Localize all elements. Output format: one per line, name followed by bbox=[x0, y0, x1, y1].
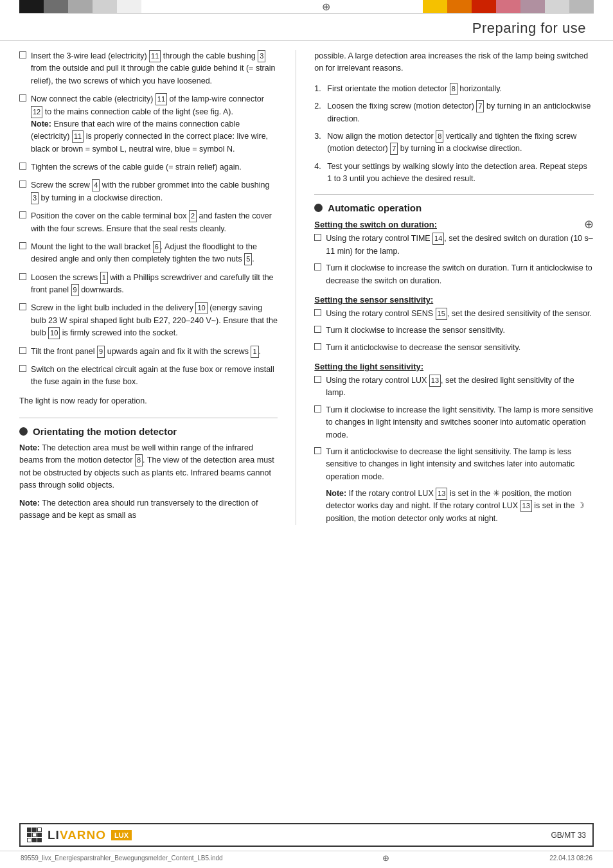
ref-11a: 11 bbox=[149, 50, 161, 62]
ref-6: 6 bbox=[153, 241, 161, 253]
switch-on-heading: Setting the switch on duration: bbox=[314, 220, 594, 229]
bullet-text-4: Screw the screw 4 with the rubber gromme… bbox=[31, 179, 278, 204]
top-bar-center: ⊕ bbox=[306, 0, 345, 13]
orientating-heading-text: Orientating the motion detector bbox=[33, 426, 177, 437]
light-text-3: Turn it anticlockwise to decrease the li… bbox=[326, 446, 594, 483]
seg-gray1 bbox=[44, 0, 68, 13]
bullet-checkbox-6 bbox=[19, 242, 26, 249]
light-checkbox-2 bbox=[314, 405, 321, 412]
footer-file-bar: 89559_livx_Energiesparstrahler_Bewegungs… bbox=[0, 851, 613, 868]
bullet-item-9: Tilt the front panel 9 upwards again and… bbox=[19, 346, 278, 358]
right-compass: ⊕ bbox=[584, 217, 594, 231]
seg-ltgray2 bbox=[545, 0, 569, 13]
bullet-text-1: Insert the 3-wire lead (electricity) 11 … bbox=[31, 50, 278, 87]
switch-text-2: Turn it clockwise to increase the switch… bbox=[326, 262, 594, 287]
seg-gray3 bbox=[93, 0, 117, 13]
ref-9a: 9 bbox=[71, 284, 79, 296]
page-title: Preparing for use bbox=[472, 20, 586, 37]
ref-1b: 1 bbox=[251, 346, 258, 358]
seg-black bbox=[19, 0, 44, 13]
numbered-item-1: 1. First orientate the motion detector 8… bbox=[314, 83, 594, 95]
main-content: Insert the 3-wire lead (electricity) 11 … bbox=[0, 41, 613, 534]
page-number: GB/MT 33 bbox=[551, 831, 586, 840]
seg-gray2 bbox=[68, 0, 93, 13]
light-item-3: Turn it anticlockwise to decrease the li… bbox=[314, 446, 594, 483]
seg-white bbox=[117, 0, 141, 13]
ref-13b: 13 bbox=[436, 488, 447, 500]
light-checkbox-1 bbox=[314, 376, 321, 383]
bullet-checkbox-10 bbox=[19, 365, 26, 372]
numbered-item-2: 2. Loosen the fixing screw (motion detec… bbox=[314, 100, 594, 125]
note-bold-2: Note: bbox=[19, 499, 40, 508]
top-bar-left bbox=[0, 0, 306, 13]
orient-note-2: Note: The detection area should run tran… bbox=[19, 497, 278, 522]
bullet-item-6: Mount the light to the wall bracket 6. A… bbox=[19, 241, 278, 266]
bullet-item-5: Position the cover on the cable terminal… bbox=[19, 210, 278, 235]
seg-pink bbox=[496, 0, 520, 13]
logo-li: LI bbox=[48, 828, 60, 842]
ref-4: 4 bbox=[92, 179, 100, 191]
seg-midgray2 bbox=[569, 0, 594, 13]
ref-12: 12 bbox=[31, 106, 42, 118]
ref-8-note1: 8 bbox=[135, 454, 143, 466]
bullet-item-10: Switch on the electrical circuit again a… bbox=[19, 364, 278, 389]
sensor-text-1: Using the rotary control SENS 15, set th… bbox=[326, 308, 592, 320]
bullet-text-7: Loosen the screws 1 with a Phillips scre… bbox=[31, 272, 278, 297]
bullet-item-8: Screw in the light bulb included in the … bbox=[19, 302, 278, 339]
right-column: possible. A large detection area increas… bbox=[314, 50, 594, 525]
seg-yellow bbox=[423, 0, 447, 13]
ref-2: 2 bbox=[189, 210, 197, 222]
footer-compass: ⊕ bbox=[382, 853, 389, 863]
light-text-2: Turn it clockwise to increase the light … bbox=[326, 404, 594, 441]
light-item-1: Using the rotary control LUX 13, set the… bbox=[314, 375, 594, 400]
bullet-text-8: Screw in the light bulb included in the … bbox=[31, 302, 278, 339]
bullet-item-1: Insert the 3-wire lead (electricity) 11 … bbox=[19, 50, 278, 87]
ref-5: 5 bbox=[244, 253, 252, 265]
continued-text: possible. A large detection area increas… bbox=[314, 50, 594, 75]
ref-14: 14 bbox=[432, 233, 444, 245]
bullet-checkbox-2 bbox=[19, 94, 26, 102]
top-bar-right bbox=[345, 0, 613, 13]
switch-item-1: Using the rotary control TIME 14, set th… bbox=[314, 233, 594, 258]
ref-8-n3: 8 bbox=[436, 130, 443, 143]
light-sens-heading: Setting the light sensitivity: bbox=[314, 362, 594, 371]
ref-3b: 3 bbox=[31, 192, 39, 204]
num-text-2: Loosen the fixing screw (motion detector… bbox=[327, 100, 594, 125]
numbered-item-3: 3. Now align the motion detector 8 verti… bbox=[314, 130, 594, 155]
bullet-text-2: Now connect the cable (electricity) 11 o… bbox=[31, 93, 278, 155]
sensor-text-3: Turn it anticlockwise to decrease the se… bbox=[326, 342, 520, 354]
bullet-checkbox-3 bbox=[19, 163, 26, 170]
bullet-text-3: Tighten the screws of the cable guide (=… bbox=[31, 161, 242, 173]
automatic-section-heading: Automatic operation bbox=[314, 194, 594, 213]
compass-center-icon: ⊕ bbox=[322, 1, 330, 13]
section-title-area: Preparing for use bbox=[0, 13, 613, 41]
ref-1a: 1 bbox=[100, 272, 108, 284]
logo-bar: LIVARNO LUX GB/MT 33 bbox=[19, 823, 594, 847]
bullet-checkbox-1 bbox=[19, 51, 26, 58]
automatic-heading-text: Automatic operation bbox=[328, 202, 422, 213]
num-text-1: First orientate the motion detector 8 ho… bbox=[327, 83, 502, 95]
bullet-checkbox-7 bbox=[19, 273, 26, 280]
logo-lux: LUX bbox=[111, 830, 132, 840]
ref-9b: 9 bbox=[97, 346, 105, 358]
page-wrapper: ⊕ Preparing for use Insert the 3-wire le… bbox=[0, 0, 613, 868]
ref-7-n2: 7 bbox=[476, 100, 484, 112]
switch-checkbox-2 bbox=[314, 263, 321, 270]
logo-left-section: LIVARNO LUX bbox=[27, 828, 132, 842]
ref-3a: 3 bbox=[258, 50, 265, 62]
bullet-checkbox-5 bbox=[19, 211, 26, 218]
sensor-checkbox-3 bbox=[314, 343, 321, 350]
dot-bullet-orient bbox=[19, 427, 28, 436]
bullet-item-3: Tighten the screws of the cable guide (=… bbox=[19, 161, 278, 173]
num-1: 1. bbox=[314, 83, 327, 95]
ref-13a: 13 bbox=[429, 375, 441, 387]
switch-item-2: Turn it clockwise to increase the switch… bbox=[314, 262, 594, 287]
switch-text-1: Using the rotary control TIME 14, set th… bbox=[326, 233, 594, 258]
sensor-heading: Setting the sensor sensitivity: bbox=[314, 295, 594, 305]
switch-checkbox-1 bbox=[314, 234, 321, 241]
bullet-checkbox-8 bbox=[19, 303, 26, 310]
seg-red bbox=[472, 0, 496, 13]
ref-11b: 11 bbox=[155, 93, 167, 105]
logo-varno: VARNO bbox=[60, 828, 106, 842]
seg-orange bbox=[447, 0, 472, 13]
